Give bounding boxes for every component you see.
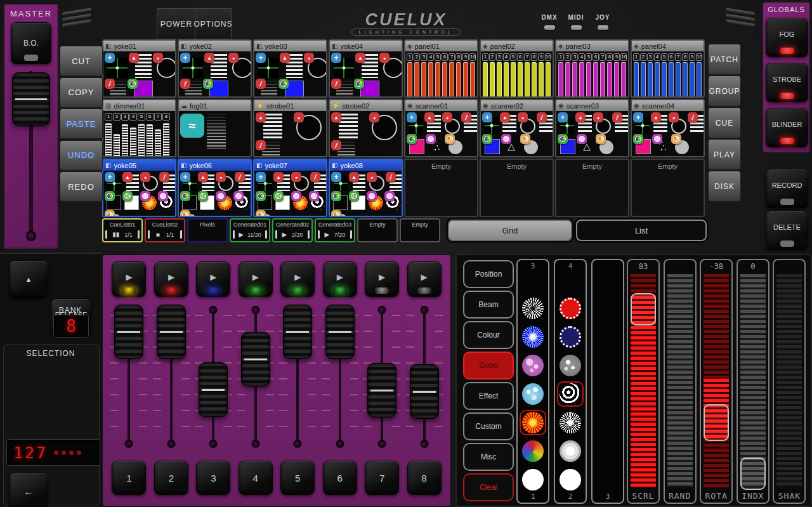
channel-fader-8[interactable] bbox=[405, 305, 444, 449]
delete-button[interactable]: DELETE bbox=[766, 211, 808, 250]
flash-button-7[interactable]: 7 bbox=[365, 461, 399, 495]
global-strobe-button[interactable]: STROBE bbox=[766, 63, 808, 102]
play-button-6[interactable]: ▶ bbox=[323, 261, 357, 297]
fader-knob[interactable] bbox=[367, 363, 396, 418]
flash-button-3[interactable]: 3 bbox=[196, 461, 230, 495]
play-button-3[interactable]: ▶ bbox=[196, 261, 230, 297]
cell-6[interactable]: 6 bbox=[442, 53, 448, 97]
wheel-fader-scrl[interactable]: 83SCRL bbox=[627, 259, 660, 504]
fixture-tile-yoke08[interactable]: ◧yoke08+▲●/ bbox=[329, 159, 403, 217]
category-custom-button[interactable]: Custom bbox=[463, 412, 514, 440]
channel-fader-4[interactable] bbox=[236, 305, 275, 449]
cell-6[interactable]: 6 bbox=[517, 53, 523, 97]
gobo-swatch-dots-navy[interactable] bbox=[557, 324, 584, 350]
play-button-4[interactable]: ▶ bbox=[239, 261, 273, 297]
playback-tab-cuelist01[interactable]: CueList01▮▮1/1 bbox=[102, 218, 143, 242]
selection-prev-button[interactable]: ← bbox=[9, 472, 48, 507]
cell-2[interactable]: 2 bbox=[414, 53, 420, 97]
edit-button-cut[interactable]: CUT bbox=[60, 46, 103, 76]
view-list-button[interactable]: List bbox=[576, 220, 707, 241]
cell-1[interactable]: 1 bbox=[633, 53, 639, 97]
fixture-slot-empty[interactable]: Empty bbox=[631, 159, 705, 217]
fixture-tile-yoke07[interactable]: ◧yoke07+▲●/ bbox=[253, 159, 327, 217]
fixture-tile-panel04[interactable]: ◈panel0412345678910 bbox=[631, 39, 705, 98]
edit-button-copy[interactable]: COPY bbox=[60, 77, 103, 108]
cell-5[interactable]: 5 bbox=[586, 53, 592, 97]
cell-8[interactable]: 8 bbox=[682, 53, 688, 97]
fixture-tile-panel01[interactable]: ◈panel0112345678910 bbox=[404, 39, 478, 98]
gobo-swatch-speckle-white[interactable] bbox=[557, 353, 584, 378]
cell-3[interactable]: 3 bbox=[572, 53, 578, 97]
fixture-slot-empty[interactable]: Empty bbox=[404, 159, 478, 217]
tab-group[interactable]: GROUP bbox=[708, 76, 741, 107]
cell-10[interactable]: 10 bbox=[696, 53, 702, 97]
fixture-tile-strobe01[interactable]: ⚡strobe01▲●/ bbox=[253, 99, 327, 157]
playback-tab-empty[interactable]: Empty bbox=[400, 218, 440, 242]
play-button-1[interactable]: ▶ bbox=[112, 261, 146, 297]
flash-button-1[interactable]: 1 bbox=[112, 461, 146, 495]
fixture-tile-yoke02[interactable]: ◧yoke02+▲●/ bbox=[178, 39, 252, 98]
fixture-tile-scanner03[interactable]: ◉scanner03+▲●/△ bbox=[555, 99, 629, 157]
global-blinder-button[interactable]: BLINDER bbox=[766, 108, 808, 147]
cell-8[interactable]: 8 bbox=[606, 53, 613, 97]
edit-button-undo[interactable]: UNDO bbox=[60, 140, 103, 171]
fixture-tile-panel02[interactable]: ◈panel0212345678910 bbox=[480, 39, 554, 98]
cell-2[interactable]: 2 bbox=[113, 113, 121, 157]
flash-button-4[interactable]: 4 bbox=[239, 461, 273, 495]
tab-patch[interactable]: PATCH bbox=[708, 44, 741, 75]
fixture-tile-scanner01[interactable]: ◉scanner01+▲●/ bbox=[404, 99, 478, 157]
flash-button-5[interactable]: 5 bbox=[280, 461, 315, 495]
channel-fader-1[interactable] bbox=[109, 305, 148, 449]
play-button-8[interactable]: ▶ bbox=[407, 261, 442, 297]
cell-9[interactable]: 9 bbox=[538, 53, 544, 97]
cell-8[interactable]: 8 bbox=[455, 53, 462, 97]
wheel-fader-handle[interactable] bbox=[631, 293, 656, 326]
fader-knob[interactable] bbox=[410, 364, 439, 419]
cell-6[interactable]: 6 bbox=[593, 53, 599, 97]
cell-5[interactable]: 5 bbox=[510, 53, 516, 97]
cell-1[interactable]: 1 bbox=[482, 53, 488, 97]
category-misc-button[interactable]: Misc bbox=[463, 443, 514, 471]
fixture-tile-strobe02[interactable]: ⚡strobe02▲●/ bbox=[329, 99, 403, 157]
bank-up-button[interactable]: ▲ bbox=[9, 260, 48, 298]
tab-disk[interactable]: DISK bbox=[708, 171, 741, 202]
power-button[interactable]: POWER bbox=[157, 8, 196, 39]
fixture-slot-empty[interactable]: Empty bbox=[480, 159, 554, 217]
edit-button-paste[interactable]: PASTE bbox=[60, 109, 103, 139]
cell-4[interactable]: 4 bbox=[579, 53, 585, 97]
gobo-swatch-sun-orange-selected[interactable] bbox=[520, 410, 546, 435]
fader-knob[interactable] bbox=[325, 305, 355, 359]
gobo-swatch-spiral-selected[interactable] bbox=[557, 381, 584, 407]
category-effect-button[interactable]: Effect bbox=[463, 382, 514, 410]
category-gobo-button[interactable]: Gobo bbox=[463, 352, 514, 379]
fixture-tile-yoke01[interactable]: ◧yoke01+▲●/ bbox=[102, 39, 176, 98]
fixture-tile-yoke05[interactable]: ◧yoke05+▲●/ bbox=[102, 159, 176, 217]
cell-9[interactable]: 9 bbox=[462, 53, 469, 97]
playback-tab-generated01[interactable]: Generated01▶11/20 bbox=[230, 218, 270, 242]
flash-button-2[interactable]: 2 bbox=[154, 461, 188, 495]
wheel-fader-indx[interactable]: 0INDX bbox=[737, 259, 769, 504]
cell-2[interactable]: 2 bbox=[640, 53, 646, 97]
cell-2[interactable]: 2 bbox=[565, 53, 571, 97]
cell-7[interactable]: 7 bbox=[675, 53, 681, 97]
gobo-swatch-speckle-pink[interactable] bbox=[520, 353, 546, 378]
gobo-swatch-radial-blue[interactable] bbox=[520, 324, 546, 350]
fixture-tile-panel03[interactable]: ◈panel0312345678910 bbox=[555, 39, 629, 98]
cell-10[interactable]: 10 bbox=[620, 53, 627, 97]
global-fog-button[interactable]: FOG bbox=[766, 18, 808, 57]
tab-play[interactable]: PLAY bbox=[708, 139, 741, 170]
playback-tab-generated03[interactable]: Generated03▶7/20 bbox=[315, 218, 355, 242]
cell-4[interactable]: 4 bbox=[428, 53, 434, 97]
cell-7[interactable]: 7 bbox=[154, 113, 162, 157]
cell-10[interactable]: 10 bbox=[469, 53, 476, 97]
cell-8[interactable]: 8 bbox=[162, 113, 170, 157]
edit-button-redo[interactable]: REDO bbox=[60, 171, 103, 202]
play-button-2[interactable]: ▶ bbox=[154, 261, 188, 297]
fixture-tile-yoke06[interactable]: ◧yoke06+▲●/ bbox=[178, 159, 252, 217]
wheel-fader-handle[interactable] bbox=[740, 458, 766, 490]
fixture-tile-fog01[interactable]: ☁fog01≈ bbox=[178, 99, 252, 157]
gobo-swatch-spikes-dark[interactable] bbox=[520, 296, 546, 321]
category-colour-button[interactable]: Colour bbox=[463, 321, 514, 349]
channel-fader-6[interactable] bbox=[320, 305, 360, 449]
record-button[interactable]: RECORD bbox=[766, 169, 808, 208]
